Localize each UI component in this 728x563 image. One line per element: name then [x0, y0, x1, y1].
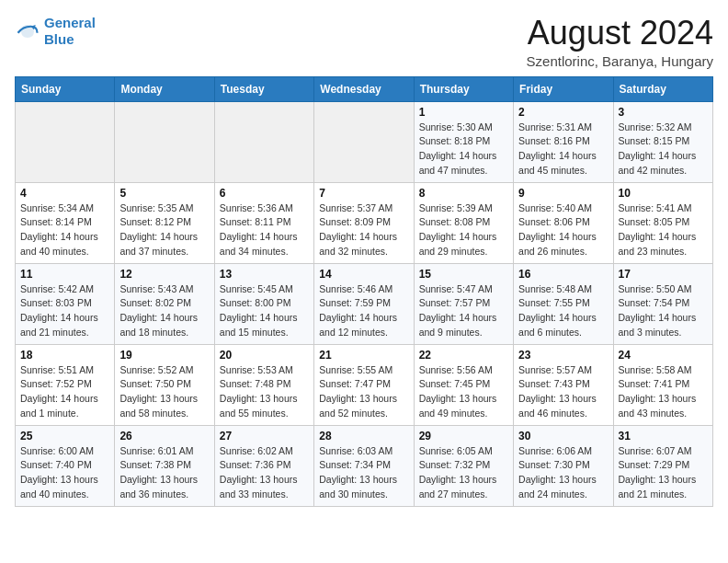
calendar-cell: 12Sunrise: 5:43 AM Sunset: 8:02 PM Dayli…	[115, 263, 214, 344]
weekday-row: SundayMondayTuesdayWednesdayThursdayFrid…	[16, 76, 713, 101]
day-info: Sunrise: 5:55 AM Sunset: 7:47 PM Dayligh…	[319, 363, 408, 421]
weekday-header: Thursday	[414, 76, 513, 101]
day-info: Sunrise: 5:46 AM Sunset: 7:59 PM Dayligh…	[319, 282, 408, 340]
day-number: 5	[119, 187, 209, 200]
page-header: General Blue August 2024 Szentlorinc, Ba…	[15, 15, 713, 69]
day-info: Sunrise: 5:34 AM Sunset: 8:14 PM Dayligh…	[20, 201, 109, 259]
day-info: Sunrise: 5:50 AM Sunset: 7:54 PM Dayligh…	[619, 282, 708, 340]
calendar-cell: 16Sunrise: 5:48 AM Sunset: 7:55 PM Dayli…	[514, 263, 613, 344]
logo-line1: General	[44, 15, 96, 30]
calendar-cell: 26Sunrise: 6:01 AM Sunset: 7:38 PM Dayli…	[115, 425, 214, 506]
calendar-cell: 4Sunrise: 5:34 AM Sunset: 8:14 PM Daylig…	[16, 182, 115, 263]
calendar-cell: 23Sunrise: 5:57 AM Sunset: 7:43 PM Dayli…	[514, 344, 613, 425]
weekday-header: Monday	[115, 76, 214, 101]
calendar-cell: 10Sunrise: 5:41 AM Sunset: 8:05 PM Dayli…	[613, 182, 712, 263]
title-block: August 2024 Szentlorinc, Baranya, Hungar…	[527, 15, 713, 69]
day-info: Sunrise: 5:53 AM Sunset: 7:48 PM Dayligh…	[220, 363, 309, 421]
calendar-cell: 2Sunrise: 5:31 AM Sunset: 8:16 PM Daylig…	[514, 101, 613, 182]
day-info: Sunrise: 5:56 AM Sunset: 7:45 PM Dayligh…	[419, 363, 508, 421]
day-info: Sunrise: 5:39 AM Sunset: 8:08 PM Dayligh…	[419, 201, 508, 259]
day-info: Sunrise: 5:48 AM Sunset: 7:55 PM Dayligh…	[518, 282, 608, 340]
calendar-week-row: 11Sunrise: 5:42 AM Sunset: 8:03 PM Dayli…	[16, 263, 713, 344]
calendar-cell: 8Sunrise: 5:39 AM Sunset: 8:08 PM Daylig…	[414, 182, 513, 263]
weekday-header: Saturday	[613, 76, 712, 101]
day-number: 23	[518, 349, 608, 362]
day-info: Sunrise: 6:07 AM Sunset: 7:29 PM Dayligh…	[619, 444, 708, 502]
day-info: Sunrise: 5:51 AM Sunset: 7:52 PM Dayligh…	[20, 363, 109, 421]
calendar-cell: 18Sunrise: 5:51 AM Sunset: 7:52 PM Dayli…	[16, 344, 115, 425]
day-number: 27	[220, 430, 309, 442]
day-number: 15	[419, 268, 508, 281]
day-number: 21	[319, 349, 408, 362]
calendar-body: 1Sunrise: 5:30 AM Sunset: 8:18 PM Daylig…	[16, 101, 713, 506]
day-number: 31	[619, 430, 708, 442]
weekday-header: Friday	[514, 76, 613, 101]
logo-line2: Blue	[44, 31, 74, 47]
day-number: 13	[220, 268, 309, 281]
calendar-cell	[16, 101, 115, 182]
calendar-cell: 1Sunrise: 5:30 AM Sunset: 8:18 PM Daylig…	[414, 101, 513, 182]
day-info: Sunrise: 5:42 AM Sunset: 8:03 PM Dayligh…	[20, 282, 109, 340]
calendar-cell	[314, 101, 414, 182]
calendar-cell: 27Sunrise: 6:02 AM Sunset: 7:36 PM Dayli…	[214, 425, 313, 506]
logo-icon	[15, 18, 40, 44]
day-info: Sunrise: 5:37 AM Sunset: 8:09 PM Dayligh…	[319, 201, 408, 259]
calendar-cell: 25Sunrise: 6:00 AM Sunset: 7:40 PM Dayli…	[16, 425, 115, 506]
day-number: 12	[119, 268, 209, 281]
weekday-header: Tuesday	[214, 76, 313, 101]
calendar-cell: 31Sunrise: 6:07 AM Sunset: 7:29 PM Dayli…	[613, 425, 712, 506]
day-info: Sunrise: 5:43 AM Sunset: 8:02 PM Dayligh…	[119, 282, 209, 340]
day-number: 11	[20, 268, 109, 281]
day-number: 24	[619, 349, 708, 362]
calendar-cell: 21Sunrise: 5:55 AM Sunset: 7:47 PM Dayli…	[314, 344, 414, 425]
day-info: Sunrise: 5:35 AM Sunset: 8:12 PM Dayligh…	[119, 201, 209, 259]
day-info: Sunrise: 5:58 AM Sunset: 7:41 PM Dayligh…	[619, 363, 708, 421]
calendar-week-row: 4Sunrise: 5:34 AM Sunset: 8:14 PM Daylig…	[16, 182, 713, 263]
day-info: Sunrise: 5:36 AM Sunset: 8:11 PM Dayligh…	[220, 201, 309, 259]
day-number: 3	[619, 106, 708, 119]
calendar-cell: 30Sunrise: 6:06 AM Sunset: 7:30 PM Dayli…	[514, 425, 613, 506]
calendar-week-row: 18Sunrise: 5:51 AM Sunset: 7:52 PM Dayli…	[16, 344, 713, 425]
calendar-cell: 14Sunrise: 5:46 AM Sunset: 7:59 PM Dayli…	[314, 263, 414, 344]
day-number: 26	[119, 430, 209, 442]
day-info: Sunrise: 6:03 AM Sunset: 7:34 PM Dayligh…	[319, 444, 408, 502]
day-number: 29	[419, 430, 508, 442]
day-number: 16	[518, 268, 608, 281]
day-number: 14	[319, 268, 408, 281]
calendar-cell: 6Sunrise: 5:36 AM Sunset: 8:11 PM Daylig…	[214, 182, 313, 263]
day-number: 6	[220, 187, 309, 200]
calendar-cell: 22Sunrise: 5:56 AM Sunset: 7:45 PM Dayli…	[414, 344, 513, 425]
calendar-cell	[115, 101, 214, 182]
calendar-cell: 5Sunrise: 5:35 AM Sunset: 8:12 PM Daylig…	[115, 182, 214, 263]
day-info: Sunrise: 5:40 AM Sunset: 8:06 PM Dayligh…	[518, 201, 608, 259]
day-number: 10	[619, 187, 708, 200]
day-info: Sunrise: 6:02 AM Sunset: 7:36 PM Dayligh…	[220, 444, 309, 502]
day-info: Sunrise: 6:05 AM Sunset: 7:32 PM Dayligh…	[419, 444, 508, 502]
day-info: Sunrise: 5:31 AM Sunset: 8:16 PM Dayligh…	[518, 121, 608, 178]
day-info: Sunrise: 5:41 AM Sunset: 8:05 PM Dayligh…	[619, 201, 708, 259]
logo-text: General Blue	[44, 15, 96, 48]
calendar-cell	[214, 101, 313, 182]
weekday-header: Sunday	[16, 76, 115, 101]
day-info: Sunrise: 5:32 AM Sunset: 8:15 PM Dayligh…	[619, 121, 708, 178]
location-title: Szentlorinc, Baranya, Hungary	[527, 53, 713, 69]
weekday-header: Wednesday	[314, 76, 414, 101]
logo: General Blue	[15, 15, 96, 48]
day-number: 30	[518, 430, 608, 442]
calendar-cell: 15Sunrise: 5:47 AM Sunset: 7:57 PM Dayli…	[414, 263, 513, 344]
day-number: 7	[319, 187, 408, 200]
calendar-cell: 29Sunrise: 6:05 AM Sunset: 7:32 PM Dayli…	[414, 425, 513, 506]
day-info: Sunrise: 5:45 AM Sunset: 8:00 PM Dayligh…	[220, 282, 309, 340]
calendar-table: SundayMondayTuesdayWednesdayThursdayFrid…	[15, 76, 713, 507]
day-number: 19	[119, 349, 209, 362]
day-info: Sunrise: 5:47 AM Sunset: 7:57 PM Dayligh…	[419, 282, 508, 340]
calendar-cell: 7Sunrise: 5:37 AM Sunset: 8:09 PM Daylig…	[314, 182, 414, 263]
calendar-week-row: 25Sunrise: 6:00 AM Sunset: 7:40 PM Dayli…	[16, 425, 713, 506]
day-number: 8	[419, 187, 508, 200]
calendar-cell: 11Sunrise: 5:42 AM Sunset: 8:03 PM Dayli…	[16, 263, 115, 344]
day-number: 18	[20, 349, 109, 362]
calendar-cell: 28Sunrise: 6:03 AM Sunset: 7:34 PM Dayli…	[314, 425, 414, 506]
calendar-week-row: 1Sunrise: 5:30 AM Sunset: 8:18 PM Daylig…	[16, 101, 713, 182]
day-info: Sunrise: 6:01 AM Sunset: 7:38 PM Dayligh…	[119, 444, 209, 502]
day-number: 4	[20, 187, 109, 200]
